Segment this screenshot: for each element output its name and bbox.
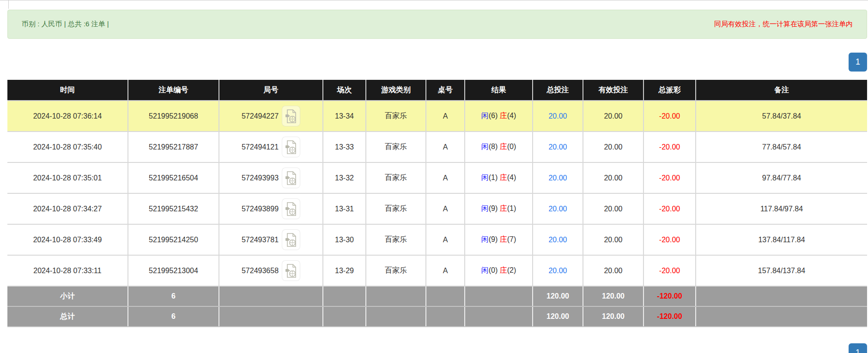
player-score: (9) (489, 204, 498, 212)
game-type-cell: 百家乐 (366, 255, 426, 286)
total-total-bet: 120.00 (533, 306, 583, 327)
round-video-button[interactable] (282, 137, 300, 157)
round-id: 572494121 (242, 143, 279, 151)
result-cell: 闲(6) 庄(4) (465, 101, 533, 132)
table-code-cell: A (426, 101, 465, 132)
round-video-button[interactable] (282, 229, 300, 250)
banker-label: 庄 (500, 204, 507, 212)
session-cell: 13-29 (323, 255, 366, 286)
round-cell: 572494121 (219, 132, 323, 162)
remark-cell: 157.84/137.84 (696, 255, 867, 286)
round-video-button[interactable] (282, 168, 300, 188)
col-header-round-id: 局号 (219, 80, 323, 101)
session-cell: 13-33 (323, 132, 366, 162)
banker-label: 庄 (500, 266, 507, 274)
total-bet-cell: 20.00 (533, 193, 583, 224)
time-cell: 2024-10-28 07:35:01 (7, 162, 128, 193)
round-cell: 572493658 (219, 255, 323, 286)
valid-bet-cell: 20.00 (583, 193, 643, 224)
table-code-cell: A (426, 132, 465, 162)
bet-id-cell: 521995219068 (128, 101, 219, 132)
summary-bar: 币别 : 人民币 | 总共 :6 注单 | 同局有效投注，统一计算在该局第一张注… (7, 10, 867, 39)
table-code-cell: A (426, 224, 465, 255)
remark-cell: 137.84/117.84 (696, 224, 867, 255)
round-video-button[interactable] (282, 198, 300, 219)
banker-score: (1) (507, 204, 516, 212)
subtotal-valid-bet: 120.00 (583, 286, 643, 306)
game-type-cell: 百家乐 (366, 101, 426, 132)
video-record-icon (285, 171, 297, 185)
video-record-icon (285, 202, 297, 216)
valid-bet-cell: 20.00 (583, 162, 643, 193)
payout-cell: -20.00 (643, 132, 696, 162)
col-header-valid-bet: 有效投注 (583, 80, 643, 101)
total-bet-link[interactable]: 20.00 (548, 236, 567, 244)
time-cell: 2024-10-28 07:36:14 (7, 101, 128, 132)
time-cell: 2024-10-28 07:33:11 (7, 255, 128, 286)
video-record-icon (285, 109, 297, 124)
bet-records-table: 时间 注单编号 局号 场次 游戏类别 桌号 结果 总投注 有效投注 总派彩 备注… (7, 80, 867, 327)
total-bet-link[interactable]: 20.00 (548, 205, 567, 213)
col-header-payout: 总派彩 (643, 80, 696, 101)
total-label: 总计 (7, 306, 128, 327)
round-video-button[interactable] (282, 260, 300, 281)
payout-cell: -20.00 (643, 162, 696, 193)
result-cell: 闲(1) 庄(4) (465, 162, 533, 193)
total-row: 总计 6 120.00 120.00 -120.00 (7, 306, 867, 327)
valid-bet-cell: 20.00 (583, 224, 643, 255)
col-header-session: 场次 (323, 80, 366, 101)
time-cell: 2024-10-28 07:33:49 (7, 224, 128, 255)
banker-score: (7) (507, 235, 516, 243)
top-strip (0, 0, 868, 10)
table-code-cell: A (426, 255, 465, 286)
game-type-cell: 百家乐 (366, 162, 426, 193)
col-header-time: 时间 (7, 80, 128, 101)
round-cell: 572493781 (219, 224, 323, 255)
banker-label: 庄 (500, 174, 507, 181)
payout-cell: -20.00 (643, 101, 696, 132)
round-id: 572493993 (242, 174, 279, 182)
result-cell: 闲(0) 庄(2) (465, 255, 533, 286)
total-bet-cell: 20.00 (533, 162, 583, 193)
col-header-game-type: 游戏类别 (366, 80, 426, 101)
col-header-table-code: 桌号 (426, 80, 465, 101)
player-score: (0) (489, 266, 498, 274)
banker-label: 庄 (500, 143, 507, 150)
valid-bet-cell: 20.00 (583, 255, 643, 286)
session-cell: 13-34 (323, 101, 366, 132)
round-cell: 572493899 (219, 193, 323, 224)
total-bet-link[interactable]: 20.00 (548, 112, 567, 120)
pagination-top: 1 (0, 53, 868, 72)
total-bet-link[interactable]: 20.00 (548, 143, 567, 151)
total-bet-cell: 20.00 (533, 132, 583, 162)
valid-bet-cell: 20.00 (583, 132, 643, 162)
subtotal-row: 小计 6 120.00 120.00 -120.00 (7, 286, 867, 306)
total-bet-cell: 20.00 (533, 101, 583, 132)
settlement-notice: 同局有效投注，统一计算在该局第一张注单内 (714, 20, 853, 29)
subtotal-total-bet: 120.00 (533, 286, 583, 306)
total-bet-link[interactable]: 20.00 (548, 267, 567, 275)
currency-summary: 币别 : 人民币 | 总共 :6 注单 | (22, 20, 109, 29)
player-label: 闲 (481, 143, 489, 150)
remark-cell: 77.84/57.84 (696, 132, 867, 162)
subtotal-payout: -120.00 (643, 286, 696, 306)
player-label: 闲 (481, 174, 489, 181)
page-1-button-top[interactable]: 1 (849, 53, 867, 72)
bet-id-cell: 521995217887 (128, 132, 219, 162)
subtotal-label: 小计 (7, 286, 128, 306)
table-body: 2024-10-28 07:36:14 521995219068 5724942… (7, 101, 867, 286)
total-bet-link[interactable]: 20.00 (548, 174, 567, 182)
banker-label: 庄 (500, 112, 507, 120)
video-record-icon (285, 263, 297, 278)
page-1-button-bottom[interactable]: 1 (849, 343, 867, 353)
col-header-remark: 备注 (696, 80, 867, 101)
remark-cell: 117.84/97.84 (696, 193, 867, 224)
round-cell: 572494227 (219, 101, 323, 132)
table-row: 2024-10-28 07:34:27 521995215432 5724938… (7, 193, 867, 224)
video-record-icon (285, 140, 297, 155)
round-video-button[interactable] (282, 106, 300, 126)
session-cell: 13-31 (323, 193, 366, 224)
player-score: (9) (489, 235, 498, 243)
banker-score: (0) (507, 143, 516, 150)
bet-id-cell: 521995215432 (128, 193, 219, 224)
